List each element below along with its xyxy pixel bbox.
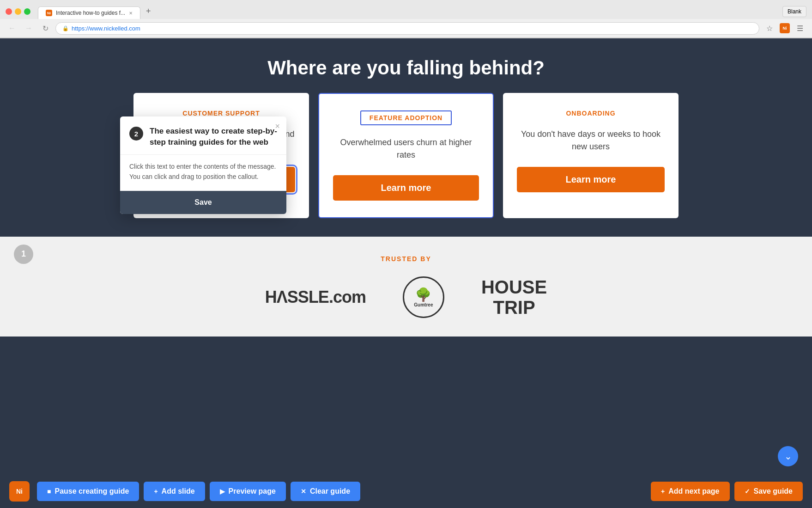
- add-next-page-button[interactable]: + Add next page: [651, 482, 729, 501]
- callout-body: Click this text to enter the contents of…: [120, 155, 286, 191]
- callout-save-button[interactable]: Save: [120, 191, 286, 214]
- scroll-down-icon: ⌄: [784, 451, 792, 462]
- tab-bar: Ni Interactive how-to guides f... ✕ +: [38, 4, 157, 19]
- scroll-fab[interactable]: ⌄: [778, 446, 798, 466]
- tab-title: Interactive how-to guides f...: [56, 10, 125, 16]
- bookmark-button[interactable]: ☆: [763, 22, 776, 35]
- toolbar-actions: ☆ Ni ☰: [763, 22, 806, 35]
- clear-guide-button[interactable]: ✕ Clear guide: [291, 482, 360, 501]
- toolbar-right: + Add next page ✓ Save guide: [651, 482, 803, 501]
- callout-step-number: 2: [129, 127, 143, 141]
- blank-button[interactable]: Blank: [782, 6, 806, 17]
- card-category-feature-adoption: FEATURE ADOPTION: [360, 110, 452, 125]
- lower-section: TRUSTED BY HΛSSLE.com 🌳 Gumtree HOUSETRI…: [0, 237, 812, 337]
- clear-label: Clear guide: [310, 487, 350, 496]
- lock-icon: 🔒: [62, 25, 69, 31]
- add-slide-icon: +: [154, 488, 158, 495]
- callout-title[interactable]: The easiest way to create step-by-step t…: [150, 126, 277, 148]
- card-category-customer-support: CUSTOMER SUPPORT: [182, 110, 260, 117]
- housetrip-logo: HOUSETRIP: [481, 277, 547, 318]
- card-desc-onboarding: You don't have days or weeks to hook new…: [517, 128, 665, 153]
- close-dot[interactable]: [6, 8, 12, 15]
- new-tab-button[interactable]: +: [140, 4, 157, 19]
- add-next-icon: +: [661, 488, 665, 495]
- browser-titlebar: Ni Interactive how-to guides f... ✕ + Bl…: [0, 0, 812, 19]
- bottom-toolbar: Ni ■ Pause creating guide + Add slide ▶ …: [0, 475, 812, 508]
- learn-more-button-feature-adoption[interactable]: Learn more: [333, 175, 479, 201]
- card-onboarding: ONBOARDING You don't have days or weeks …: [503, 93, 679, 218]
- add-next-label: Add next page: [668, 487, 719, 496]
- maximize-dot[interactable]: [24, 8, 30, 15]
- preview-label: Preview page: [229, 487, 276, 496]
- tab-close-button[interactable]: ✕: [129, 11, 133, 16]
- pause-label: Pause creating guide: [55, 487, 129, 496]
- tab-favicon: Ni: [46, 10, 52, 16]
- ni-extension-badge[interactable]: Ni: [780, 23, 790, 33]
- gumtree-label: Gumtree: [414, 302, 433, 307]
- page-content: Where are you falling behind? CUSTOMER S…: [0, 38, 812, 417]
- callout-body-text[interactable]: Click this text to enter the contents of…: [129, 161, 277, 182]
- callout-box: × 2 The easiest way to create step-by-st…: [120, 116, 286, 214]
- save-label: Save guide: [754, 487, 793, 496]
- save-icon: ✓: [745, 488, 750, 495]
- address-bar[interactable]: 🔒 https://www.nickelled.com: [55, 22, 759, 35]
- browser-chrome: Ni Interactive how-to guides f... ✕ + Bl…: [0, 0, 812, 38]
- callout-arrow: [148, 109, 161, 116]
- clear-icon: ✕: [301, 488, 306, 495]
- back-button[interactable]: ←: [6, 22, 18, 35]
- trusted-by-label: TRUSTED BY: [46, 255, 766, 263]
- card-category-onboarding: ONBOARDING: [566, 110, 615, 117]
- pause-creating-guide-button[interactable]: ■ Pause creating guide: [37, 482, 139, 501]
- step-number: 1: [21, 249, 26, 259]
- add-slide-button[interactable]: + Add slide: [144, 482, 205, 501]
- pause-icon: ■: [47, 488, 51, 495]
- callout-popup: × 2 The easiest way to create step-by-st…: [120, 116, 286, 214]
- gumtree-circle: 🌳 Gumtree: [403, 276, 444, 318]
- preview-page-button[interactable]: ▶ Preview page: [210, 482, 286, 501]
- forward-button[interactable]: →: [22, 22, 35, 35]
- browser-dots: [6, 8, 30, 15]
- gumtree-tree-icon: 🌳: [415, 287, 431, 302]
- preview-icon: ▶: [220, 488, 225, 495]
- page-hero: Where are you falling behind?: [0, 38, 812, 93]
- nickelled-logo: Ni: [9, 481, 30, 502]
- active-tab[interactable]: Ni Interactive how-to guides f... ✕: [38, 6, 140, 19]
- learn-more-button-onboarding[interactable]: Learn more: [517, 167, 665, 192]
- add-slide-label: Add slide: [162, 487, 195, 496]
- browser-toolbar: ← → ↻ 🔒 https://www.nickelled.com ☆ Ni ☰: [0, 19, 812, 38]
- card-desc-feature-adoption: Overwhelmed users churn at higher rates: [333, 136, 479, 161]
- card-feature-adoption: FEATURE ADOPTION Overwhelmed users churn…: [318, 93, 494, 218]
- callout-header: × 2 The easiest way to create step-by-st…: [120, 116, 286, 155]
- callout-close-button[interactable]: ×: [275, 122, 280, 130]
- step-indicator: 1: [14, 245, 33, 264]
- gumtree-logo: 🌳 Gumtree: [403, 276, 444, 318]
- url-text: https://www.nickelled.com: [72, 25, 140, 32]
- minimize-dot[interactable]: [15, 8, 21, 15]
- hassle-logo: HΛSSLE.com: [265, 288, 366, 307]
- menu-button[interactable]: ☰: [794, 22, 806, 35]
- logos-row: HΛSSLE.com 🌳 Gumtree HOUSETRIP: [46, 276, 766, 318]
- reload-button[interactable]: ↻: [39, 22, 52, 35]
- hero-heading: Where are you falling behind?: [9, 57, 803, 79]
- save-guide-button[interactable]: ✓ Save guide: [734, 482, 803, 501]
